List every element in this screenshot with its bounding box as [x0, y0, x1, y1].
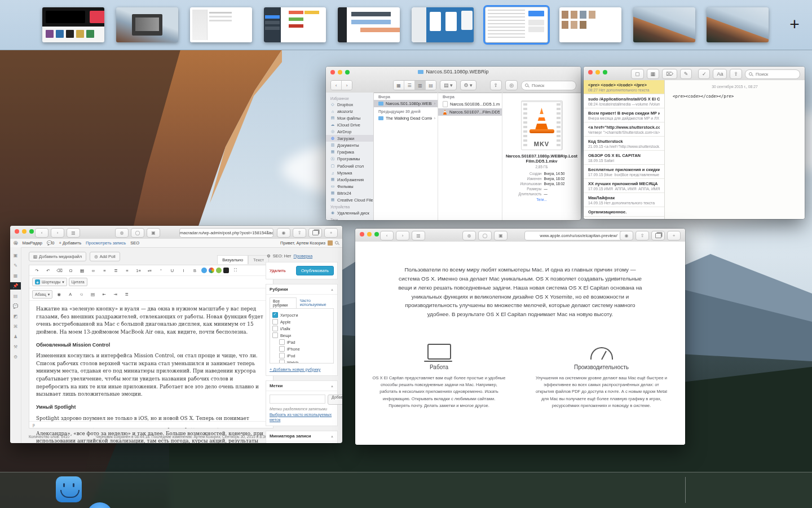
sidebar-button[interactable]: ▥ — [412, 231, 425, 240]
rubric-item[interactable]: Вещи — [272, 332, 331, 338]
zoom-button[interactable] — [374, 232, 379, 237]
editor-toolbar-icon[interactable]: ≣ — [122, 291, 131, 298]
share-button[interactable]: ⇧ — [490, 80, 502, 90]
sidebar-item-remote-disc[interactable]: ◉Удаленный диск — [326, 209, 373, 216]
delete-note-button[interactable]: ⌦ — [662, 69, 677, 79]
rubric-item[interactable]: Apple — [272, 319, 331, 325]
editor-toolbar-icon[interactable]: I — [179, 267, 188, 274]
finder-search-field[interactable] — [521, 81, 576, 90]
extension-icon[interactable]: ◯ — [131, 228, 144, 238]
note-list-item[interactable]: Организационное. — [584, 207, 664, 217]
set-thumbnail-link[interactable]: Задать миниатюру — [266, 441, 337, 443]
editor-toolbar-icon[interactable]: U — [167, 267, 177, 274]
app-store-dock-icon[interactable] — [87, 502, 113, 508]
choose-tags-link[interactable]: Выбрать из часто используемых меток — [266, 412, 337, 426]
format-button[interactable]: Aa — [713, 69, 727, 79]
sidebar-item-creative-cloud[interactable]: ▦Creative Cloud Files — [326, 196, 373, 203]
menu-users-icon[interactable]: ♟ — [10, 333, 21, 340]
minimize-button[interactable] — [367, 232, 372, 237]
file-row-mkv[interactable]: Narcos.S01E07...Film.DD5.1.mkv — [438, 108, 502, 116]
sidebar-item-desktop[interactable]: ▢Рабочий стол — [326, 163, 373, 169]
sidebar-item-music[interactable]: ♫Музыка — [326, 169, 373, 176]
minimize-button[interactable] — [22, 229, 27, 234]
rubric-item[interactable]: Хитрости — [272, 312, 331, 318]
add-media-button[interactable]: ▧ Добавить медиафайл — [29, 252, 86, 261]
tab-all-rubrics[interactable]: Все рубрики — [270, 297, 297, 308]
window-controls[interactable] — [588, 70, 607, 75]
wordpress-safari-window[interactable]: ‹› ▥ ◍◯▣ macradar.ru/wp-admin/post.php?p… — [10, 226, 342, 443]
space-thumbnail-current-desktop[interactable] — [486, 7, 548, 42]
editor-toolbar-icon[interactable]: ☺ — [77, 291, 86, 298]
tags-link[interactable]: Теги... — [536, 198, 547, 202]
forward-button[interactable]: › — [342, 81, 352, 90]
checkbox[interactable] — [272, 326, 278, 331]
checkbox[interactable] — [272, 319, 278, 325]
menu-appearance-icon[interactable]: ◩ — [10, 313, 21, 320]
comments-count[interactable]: 💬0 — [47, 240, 55, 246]
sidebar-item-dropbox[interactable]: ◇Dropbox — [326, 101, 373, 108]
sidebar-item-icloud[interactable]: ☁iCloud Drive — [326, 121, 373, 128]
editor-toolbar-icon[interactable]: ≣ — [111, 267, 121, 274]
menu-comments-icon[interactable]: 💬 — [10, 303, 21, 310]
note-list-item[interactable]: <a href="http://www.shutterstock.com...Ч… — [584, 122, 664, 137]
tab-used-rubrics[interactable]: Часто используемые — [300, 297, 334, 308]
menu-dashboard-icon[interactable]: ▣ — [10, 252, 21, 259]
space-thumbnail-photoshop[interactable] — [116, 7, 178, 42]
note-editor-pane[interactable]: 30 сентября 2015 г., 08:27 <pre><code></… — [665, 80, 805, 219]
editor-toolbar-icon[interactable]: ↶ — [43, 267, 53, 274]
rubric-item[interactable]: Watch — [279, 360, 331, 364]
chrome-app-icon[interactable] — [209, 268, 214, 273]
add-rubric-link[interactable]: + Добавить новую рубрику — [266, 367, 337, 375]
badge-extension-icon[interactable]: ◉ — [277, 228, 290, 238]
paragraph-dropdown[interactable]: Абзац ▾ — [32, 290, 52, 299]
editor-toolbar-icon[interactable]: ≡ — [100, 267, 109, 274]
tabs-button[interactable] — [308, 228, 322, 238]
sidebar-item-airdrop[interactable]: ◎AirDrop — [326, 128, 373, 135]
shield-extension-icon[interactable]: ▣ — [494, 231, 508, 240]
menu-media-icon[interactable]: ▦ — [10, 272, 21, 279]
tabs-button[interactable] — [651, 231, 665, 240]
action-menu-button[interactable]: ⚙ ▾ — [460, 80, 476, 90]
sidebar-item-bitrix24[interactable]: ▦Bitrix24 — [326, 190, 373, 196]
editor-toolbar-icon[interactable]: •≡ — [145, 267, 155, 274]
menu-current-icon[interactable]: 📌 — [10, 282, 21, 290]
window-controls[interactable] — [360, 232, 379, 237]
reload-icon[interactable]: ↻ — [266, 230, 270, 235]
minimize-button[interactable] — [595, 70, 600, 75]
note-list-item[interactable]: Код Shutterstock21.09.15 <a href="http:/… — [584, 137, 664, 151]
menu-pages-icon[interactable]: ▤ — [10, 292, 21, 300]
grid-view-button[interactable]: ▦ — [647, 69, 660, 79]
close-button[interactable] — [588, 70, 593, 75]
safari-app-icon[interactable] — [201, 268, 207, 273]
zoom-button[interactable] — [29, 229, 34, 234]
compose-note-button[interactable]: ✎ — [680, 69, 692, 79]
notes-window[interactable]: ▢ ▦ ⌦ ✎ ✓ Aa ⇧ <pre> <code> </code> </pr… — [584, 67, 805, 219]
greeting-text[interactable]: Привет, Артем Козориз — [280, 240, 325, 246]
file-row-part[interactable]: Narcos.S01E06...DD5.1.mkv.part — [438, 100, 502, 108]
zoom-button[interactable] — [603, 70, 607, 75]
add-space-button[interactable]: + — [785, 15, 804, 34]
back-button[interactable]: ‹ — [331, 81, 342, 90]
rubric-item[interactable]: iPad — [279, 339, 331, 345]
note-list-item[interactable]: Всем привет! В вчера скидки МР и ЛХ...Вч… — [584, 108, 664, 122]
seo-check-link[interactable]: Проверка — [294, 253, 313, 259]
sidebar-item-downloads[interactable]: ◍Загрузки — [326, 135, 373, 142]
checkbox[interactable] — [279, 339, 285, 345]
extension-icon[interactable]: ◯ — [478, 231, 492, 240]
sidebar-item-graphics[interactable]: ▦Графика — [326, 148, 373, 155]
sidebar-item-documents[interactable]: ▥Документы — [326, 142, 373, 148]
fullscreen-icon[interactable]: ⛶ — [231, 267, 240, 274]
editor-toolbar-icon[interactable]: A — [65, 291, 75, 298]
extension-icon[interactable]: ◍ — [115, 228, 129, 238]
space-thumbnail-desktop-2[interactable] — [707, 7, 769, 42]
checkbox[interactable] — [279, 346, 285, 352]
window-controls[interactable] — [15, 229, 34, 234]
editor-toolbar-icon[interactable]: ⌫ — [55, 267, 64, 274]
folder-row-narcos[interactable]: Narcos.S01.1080p.WEBRip› — [374, 100, 438, 107]
extension-icon[interactable]: ◍ — [462, 231, 476, 240]
shortcodes-dropdown[interactable]: ◈Шорткоды ▾ — [32, 278, 67, 286]
search-icon[interactable] — [335, 241, 339, 245]
back-button[interactable]: ‹ — [35, 228, 48, 238]
editor-toolbar-icon[interactable]: ▦ — [77, 267, 87, 274]
finder-dock-icon[interactable] — [56, 476, 82, 502]
